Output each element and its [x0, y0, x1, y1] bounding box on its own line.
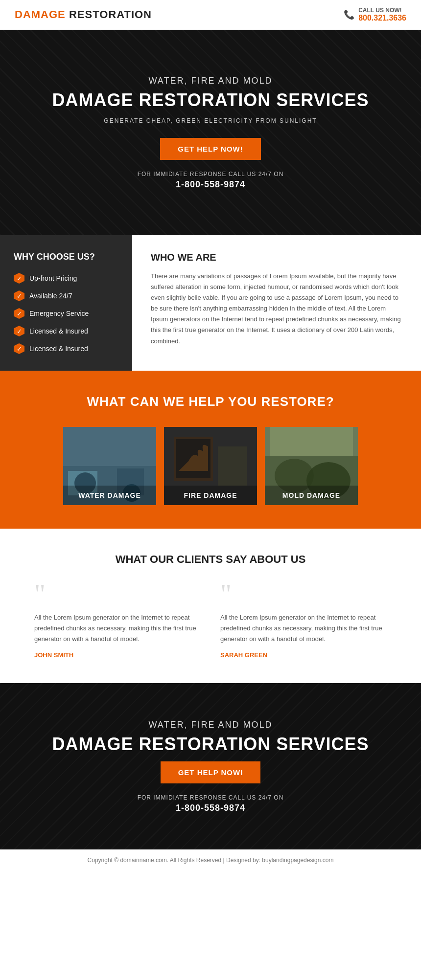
- restore-title: WHAT CAN WE HELP YOU RESTORE?: [15, 394, 406, 409]
- hero-tagline: GENERATE CHEAP, GREEN ELECTRICITY FROM S…: [52, 117, 369, 124]
- hero2-subtitle: WATER, FIRE AND MOLD: [52, 720, 369, 730]
- water-card-label: WATER DAMAGE: [63, 486, 156, 505]
- info-section: WHY CHOOSE US? ✓ Up-front Pricing ✓ Avai…: [0, 235, 421, 371]
- header-phone[interactable]: 📞 CALL US NOW! 800.321.3636: [344, 7, 406, 22]
- restore-section: WHAT CAN WE HELP YOU RESTORE? WATER DAMA…: [0, 371, 421, 529]
- checkmark-icon: ✓: [14, 308, 24, 319]
- hero-title: DAMAGE RESTORATION SERVICES: [52, 90, 369, 111]
- hero-cta-button[interactable]: GET HELP NOW!: [160, 138, 261, 160]
- testimonial-item-1: " All the Lorem Ipsum generator on the I…: [34, 583, 201, 659]
- why-item-label: Available 24/7: [29, 292, 72, 300]
- who-we-are-panel: WHO WE ARE There are many variations of …: [132, 235, 421, 371]
- svg-rect-14: [270, 427, 353, 456]
- site-header: DAMAGE RESTORATION 📞 CALL US NOW! 800.32…: [0, 0, 421, 30]
- checkmark-icon: ✓: [14, 343, 24, 354]
- restore-cards-container: WATER DAMAGE FIRE DAMAGE: [15, 427, 406, 505]
- hero2-section: WATER, FIRE AND MOLD DAMAGE RESTORATION …: [0, 683, 421, 849]
- testimonial-name-2: SARAH GREEN: [220, 651, 387, 659]
- hero2-call-number[interactable]: 1-800-558-9874: [52, 803, 369, 813]
- checkmark-icon: ✓: [14, 326, 24, 336]
- testimonial-item-2: " All the Lorem Ipsum generator on the I…: [220, 583, 387, 659]
- svg-rect-9: [218, 446, 247, 486]
- why-choose-panel: WHY CHOOSE US? ✓ Up-front Pricing ✓ Avai…: [0, 235, 132, 371]
- who-we-are-text: There are many variations of passages of…: [151, 271, 402, 347]
- checkmark-icon: ✓: [14, 290, 24, 301]
- phone-icon: 📞: [344, 9, 354, 20]
- who-we-are-title: WHO WE ARE: [151, 252, 402, 263]
- testimonial-text-1: All the Lorem Ipsum generator on the Int…: [34, 612, 201, 645]
- list-item: ✓ Up-front Pricing: [14, 273, 118, 284]
- site-logo: DAMAGE RESTORATION: [15, 8, 152, 21]
- hero-call-prompt: FOR IMMIDIATE RESPONSE CALL US 24/7 ON 1…: [52, 171, 369, 190]
- logo-damage: DAMAGE: [15, 8, 66, 21]
- header-phone-number[interactable]: 800.321.3636: [358, 14, 406, 22]
- why-item-label: Up-front Pricing: [29, 274, 77, 282]
- list-item: ✓ Available 24/7: [14, 290, 118, 301]
- site-footer: Copyright © domainname.com. All Rights R…: [0, 849, 421, 870]
- why-item-label: Licensed & Insured: [29, 327, 88, 335]
- testimonial-name-1: JOHN SMITH: [34, 651, 201, 659]
- list-item: ✓ Licensed & Insured: [14, 343, 118, 354]
- restore-card-fire[interactable]: FIRE DAMAGE: [164, 427, 257, 505]
- testimonial-text-2: All the Lorem Ipsum generator on the Int…: [220, 612, 387, 645]
- hero-subtitle: WATER, FIRE AND MOLD: [52, 76, 369, 86]
- mold-card-label: MOLD DAMAGE: [265, 486, 358, 505]
- restore-card-mold[interactable]: MOLD DAMAGE: [265, 427, 358, 505]
- list-item: ✓ Emergency Service: [14, 308, 118, 319]
- quote-mark-icon: ": [34, 583, 201, 605]
- checkmark-icon: ✓: [14, 273, 24, 284]
- hero-content: WATER, FIRE AND MOLD DAMAGE RESTORATION …: [37, 46, 383, 219]
- testimonial-grid: " All the Lorem Ipsum generator on the I…: [20, 583, 401, 659]
- fire-card-label: FIRE DAMAGE: [164, 486, 257, 505]
- why-choose-title: WHY CHOOSE US?: [14, 252, 118, 262]
- list-item: ✓ Licensed & Insured: [14, 326, 118, 336]
- testimonials-title: WHAT OUR CLIENTS SAY ABOUT US: [20, 553, 401, 566]
- why-item-label: Licensed & Insured: [29, 345, 88, 353]
- hero2-cta-button[interactable]: GET HeLP NOwI: [161, 761, 261, 783]
- hero2-title: DAMAGE RESTORATION SERVICES: [52, 734, 369, 755]
- quote-mark-icon: ": [220, 583, 387, 605]
- hero-section: WATER, FIRE AND MOLD DAMAGE RESTORATION …: [0, 30, 421, 235]
- hero2-content: WATER, FIRE AND MOLD DAMAGE RESTORATION …: [37, 695, 383, 838]
- why-item-label: Emergency Service: [29, 310, 89, 317]
- testimonials-section: WHAT OUR CLIENTS SAY ABOUT US " All the …: [0, 529, 421, 683]
- hero2-call-prompt: FOR IMMIDIATE RESPONSE CALL US 24/7 ON 1…: [52, 794, 369, 813]
- restore-card-water[interactable]: WATER DAMAGE: [63, 427, 156, 505]
- call-label: CALL US NOW!: [358, 7, 406, 14]
- footer-text: Copyright © domainname.com. All Rights R…: [88, 857, 334, 864]
- hero-call-number[interactable]: 1-800-558-9874: [52, 179, 369, 190]
- logo-restoration: RESTORATION: [69, 8, 152, 21]
- why-choose-list: ✓ Up-front Pricing ✓ Available 24/7 ✓ Em…: [14, 273, 118, 354]
